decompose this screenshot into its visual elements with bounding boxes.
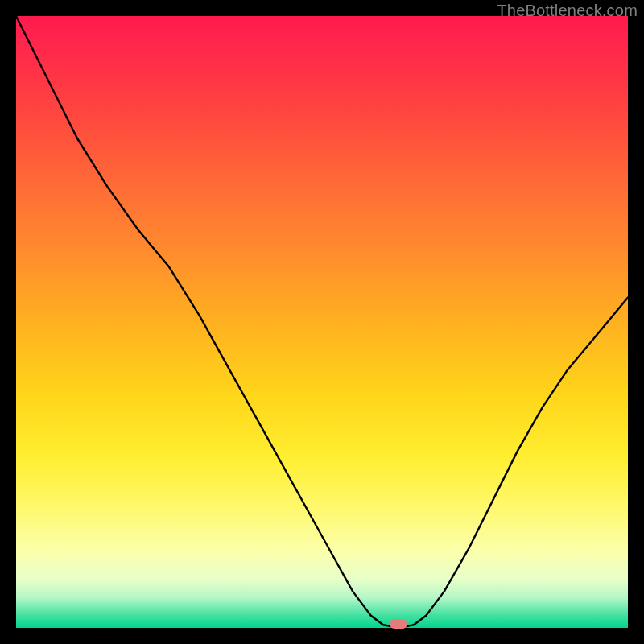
chart-frame: TheBottleneck.com (0, 0, 644, 644)
optimum-marker (390, 619, 407, 629)
bottleneck-curve (16, 16, 628, 628)
plot-area (16, 16, 628, 628)
